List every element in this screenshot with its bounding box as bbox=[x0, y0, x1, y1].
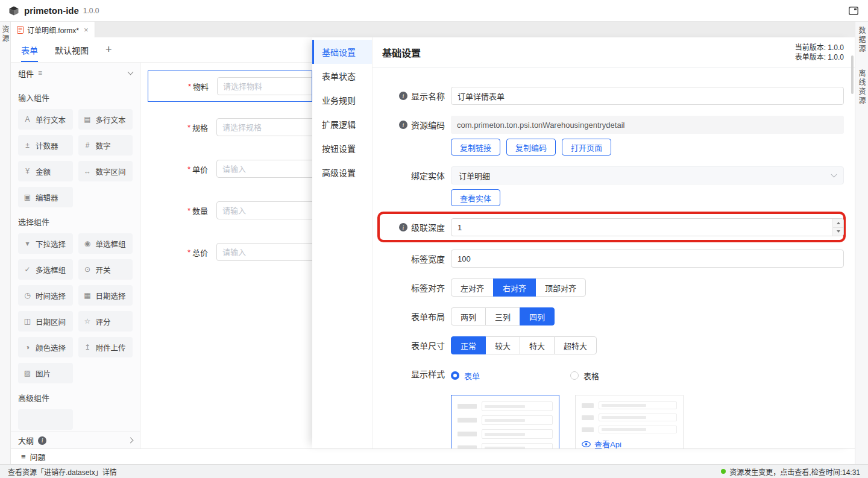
radio-group-icon: ◉ bbox=[83, 239, 92, 248]
field-input[interactable] bbox=[216, 201, 312, 219]
component-item[interactable] bbox=[18, 409, 73, 430]
sidebar-tab-offline-resources[interactable]: 离线资源 bbox=[857, 69, 867, 105]
nav-item-button-settings[interactable]: 按钮设置 bbox=[312, 136, 372, 160]
display-style-table-radio[interactable]: 表格 bbox=[570, 370, 599, 382]
spin-down-button[interactable] bbox=[833, 228, 843, 236]
copy-code-button[interactable]: 复制编码 bbox=[506, 139, 556, 156]
field-input[interactable] bbox=[216, 160, 312, 178]
component-item[interactable]: ◉单选框组 bbox=[78, 233, 133, 254]
field-input[interactable] bbox=[216, 243, 312, 261]
component-item[interactable]: ⊙开关 bbox=[78, 259, 133, 280]
nav-item-business-rules[interactable]: 业务规则 bbox=[312, 88, 372, 112]
status-right-message[interactable]: 资源发生变更，点击查看,检查时间:14:31 bbox=[721, 467, 860, 477]
size-xxlarge-button[interactable]: 超特大 bbox=[554, 336, 597, 354]
tab-default-view[interactable]: 默认视图 bbox=[55, 37, 89, 62]
canvas-field-row[interactable]: 物料 bbox=[148, 77, 312, 95]
sidebar-tab-datasource[interactable]: 数据源 bbox=[857, 27, 867, 54]
align-top-button[interactable]: 顶部对齐 bbox=[535, 278, 586, 297]
size-xlarge-button[interactable]: 特大 bbox=[520, 336, 555, 354]
view-entity-button[interactable]: 查看实体 bbox=[451, 189, 500, 206]
component-item[interactable]: A单行文本 bbox=[18, 109, 73, 130]
component-item-label: 时间选择 bbox=[36, 290, 66, 301]
component-item[interactable]: ▣编辑器 bbox=[18, 187, 73, 207]
label-width-input[interactable] bbox=[451, 250, 844, 268]
view-api-link[interactable]: 查看Api bbox=[582, 438, 677, 448]
component-item[interactable]: ◷时间选择 bbox=[18, 285, 73, 306]
component-item[interactable]: ±计数器 bbox=[18, 135, 73, 156]
canvas-field-row[interactable]: 数量 bbox=[148, 201, 312, 219]
view-toolbar: 表单 默认视图 bbox=[11, 37, 312, 63]
chevron-down-icon bbox=[831, 171, 837, 177]
add-view-button[interactable] bbox=[105, 37, 112, 62]
size-large-button[interactable]: 较大 bbox=[485, 336, 520, 354]
component-item[interactable]: ◫日期区间 bbox=[18, 311, 73, 332]
radio-selected-icon bbox=[451, 371, 459, 380]
problems-bar[interactable]: 问题 bbox=[11, 448, 855, 464]
canvas-field-row[interactable]: 总价 bbox=[148, 243, 312, 261]
component-item[interactable]: ◑颜色选择 bbox=[18, 337, 73, 357]
editor-icon: ▣ bbox=[23, 193, 32, 201]
size-normal-button[interactable]: 正常 bbox=[451, 336, 486, 354]
radio-label: 表单 bbox=[464, 370, 480, 382]
sidebar-tab-resources[interactable]: 资源 bbox=[0, 25, 10, 43]
four-column-button[interactable]: 四列 bbox=[520, 307, 555, 325]
open-page-button[interactable]: 打开页面 bbox=[562, 139, 611, 156]
align-right-button[interactable]: 右对齐 bbox=[493, 278, 536, 297]
component-item[interactable]: ✓多选框组 bbox=[18, 259, 73, 280]
tab-close-icon[interactable]: × bbox=[84, 26, 89, 34]
window-panel-icon[interactable] bbox=[848, 5, 860, 16]
resource-code-buttons: 复制链接 复制编码 打开页面 bbox=[451, 139, 844, 156]
skeleton-row bbox=[458, 443, 553, 448]
selected-component-outline[interactable]: 物料 bbox=[148, 71, 312, 102]
component-item-label: 多行文本 bbox=[96, 114, 126, 125]
style-previews: 查看Api bbox=[451, 395, 844, 448]
editor-tab[interactable]: 订单明细.formx* × bbox=[11, 22, 95, 37]
copy-link-button[interactable]: 复制链接 bbox=[451, 139, 500, 156]
component-item[interactable]: ▦日期选择 bbox=[78, 285, 133, 306]
nav-item-basic-settings[interactable]: 基础设置 bbox=[312, 40, 372, 64]
nav-item-form-state[interactable]: 表单状态 bbox=[312, 64, 372, 88]
outline-toggle[interactable]: 大纲 bbox=[11, 432, 140, 448]
cascade-depth-input[interactable] bbox=[451, 218, 844, 236]
table-style-preview[interactable]: 查看Api bbox=[575, 395, 684, 448]
field-label: 物料 bbox=[148, 81, 209, 92]
nav-item-advanced-settings[interactable]: 高级设置 bbox=[312, 160, 372, 184]
app-window: primeton-ide 1.0.0 资源 订单明细.formx* × bbox=[0, 0, 868, 478]
component-item[interactable]: ▨图片 bbox=[18, 363, 73, 383]
scrollbar-thumb[interactable] bbox=[851, 55, 854, 94]
spin-up-button[interactable] bbox=[833, 219, 843, 228]
component-item-label: 数字 bbox=[96, 140, 111, 151]
chevron-down-icon[interactable] bbox=[128, 69, 134, 75]
component-item[interactable]: #数字 bbox=[78, 135, 133, 156]
components-header[interactable]: 组件 bbox=[11, 63, 140, 83]
app-logo-icon bbox=[8, 5, 19, 16]
three-column-button[interactable]: 三列 bbox=[485, 307, 520, 325]
form-style-preview[interactable] bbox=[451, 395, 559, 448]
section-title-advanced-components: 高级组件 bbox=[18, 392, 133, 403]
field-input[interactable] bbox=[216, 118, 312, 136]
display-style-form-radio[interactable]: 表单 bbox=[451, 370, 480, 382]
component-item-label: 日期区间 bbox=[36, 316, 66, 327]
form-canvas[interactable]: 物料 规格 单价 bbox=[140, 63, 312, 448]
component-item[interactable]: ☆评分 bbox=[78, 311, 133, 332]
display-name-input[interactable] bbox=[451, 87, 844, 105]
component-item[interactable]: ¥金额 bbox=[18, 161, 73, 181]
two-column-button[interactable]: 两列 bbox=[451, 307, 486, 325]
align-left-button[interactable]: 左对齐 bbox=[451, 278, 494, 297]
canvas-field-row[interactable]: 规格 bbox=[148, 118, 312, 136]
app-title: primeton-ide bbox=[24, 5, 79, 16]
tab-form-view[interactable]: 表单 bbox=[21, 37, 38, 62]
status-left-message[interactable]: 查看资源「进销存.datasetx」详情 bbox=[8, 467, 117, 477]
component-item[interactable]: ↔数字区间 bbox=[78, 161, 133, 181]
field-input[interactable] bbox=[217, 77, 312, 95]
component-item[interactable]: ↥附件上传 bbox=[78, 337, 133, 357]
nav-item-extension-logic[interactable]: 扩展逻辑 bbox=[312, 112, 372, 136]
settings-body: 显示名称 资源编码 bbox=[373, 68, 855, 448]
bound-entity-select[interactable]: 订单明细 bbox=[451, 166, 844, 184]
component-item[interactable]: ▾下拉选择 bbox=[18, 233, 73, 254]
rating-icon: ☆ bbox=[83, 317, 92, 325]
component-item-label: 金额 bbox=[36, 166, 51, 177]
component-item[interactable]: ▤多行文本 bbox=[78, 109, 133, 130]
left-side-strip: 资源 bbox=[0, 22, 11, 464]
canvas-field-row[interactable]: 单价 bbox=[148, 160, 312, 178]
